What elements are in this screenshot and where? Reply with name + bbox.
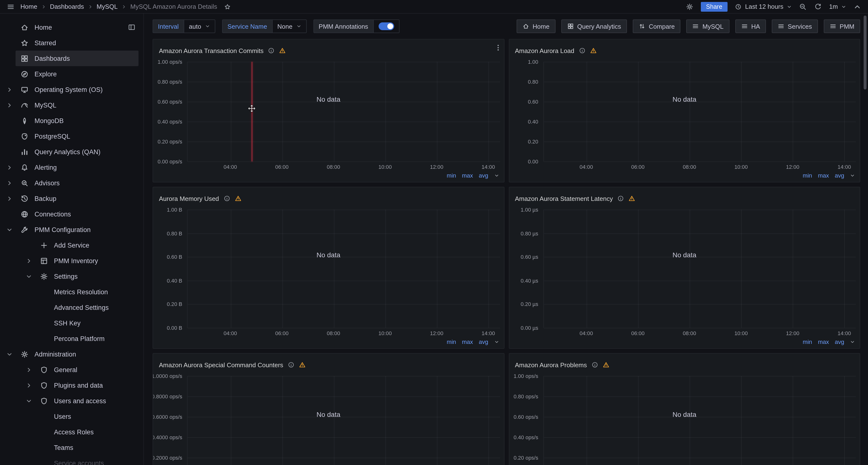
sidebar-item-teams[interactable]: Teams bbox=[0, 440, 143, 455]
sidebar-item-service-accounts[interactable]: Service accounts bbox=[0, 455, 143, 465]
sidebar-item-advisors[interactable]: Advisors bbox=[0, 175, 143, 191]
legend-item-min[interactable]: min bbox=[447, 339, 456, 345]
sidebar-item-ssh-key[interactable]: SSH Key bbox=[0, 315, 143, 331]
sidebar-item-users[interactable]: Users bbox=[0, 409, 143, 424]
sidebar-item-connections[interactable]: Connections bbox=[0, 206, 143, 222]
chevron-down-icon[interactable] bbox=[22, 397, 35, 404]
breadcrumb-item[interactable]: Home bbox=[21, 3, 37, 10]
panel-title[interactable]: Aurora Memory Used bbox=[159, 195, 219, 202]
chevron-down-icon[interactable] bbox=[22, 273, 35, 280]
panel-title[interactable]: Amazon Aurora Special Command Counters bbox=[159, 361, 283, 369]
info-icon[interactable] bbox=[288, 361, 294, 368]
warning-icon[interactable] bbox=[299, 361, 306, 368]
sidebar-item-starred[interactable]: Starred bbox=[0, 35, 143, 51]
sidebar-item-metrics-resolution[interactable]: Metrics Resolution bbox=[0, 284, 143, 300]
chevron-right-icon[interactable] bbox=[3, 195, 16, 202]
info-icon[interactable] bbox=[223, 195, 230, 202]
legend-item-max[interactable]: max bbox=[818, 339, 829, 345]
breadcrumb-item[interactable]: Dashboards bbox=[50, 3, 84, 10]
chevron-down-icon[interactable] bbox=[850, 340, 855, 344]
sidebar-item-alerting[interactable]: Alerting bbox=[0, 159, 143, 175]
sidebar-item-percona-platform[interactable]: Percona Platform bbox=[0, 331, 143, 346]
sidebar-item-access-roles[interactable]: Access Roles bbox=[0, 424, 143, 440]
breadcrumb-item[interactable]: MySQL bbox=[97, 3, 118, 10]
chevron-down-icon[interactable] bbox=[850, 173, 855, 178]
sidebar-item-backup[interactable]: Backup bbox=[0, 191, 143, 206]
sidebar-item-advanced-settings[interactable]: Advanced Settings bbox=[0, 300, 143, 315]
chevron-right-icon[interactable] bbox=[3, 179, 16, 186]
chevron-right-icon[interactable] bbox=[22, 257, 35, 264]
panel-title[interactable]: Amazon Aurora Statement Latency bbox=[515, 195, 613, 202]
chevron-right-icon[interactable] bbox=[22, 366, 35, 373]
warning-icon[interactable] bbox=[628, 195, 635, 202]
sidebar-item-pmm-configuration[interactable]: PMM Configuration bbox=[0, 222, 143, 237]
chevron-right-icon[interactable] bbox=[22, 382, 35, 389]
link-button-mysql[interactable]: MySQL bbox=[686, 20, 730, 33]
panel-title[interactable]: Amazon Aurora Transaction Commits bbox=[159, 47, 264, 54]
hamburger-menu-icon[interactable] bbox=[7, 3, 14, 10]
link-button-services[interactable]: Services bbox=[772, 20, 818, 33]
sidebar-item-query-analytics-qan[interactable]: Query Analytics (QAN) bbox=[0, 144, 143, 159]
sidebar-item-administration[interactable]: Administration bbox=[0, 346, 143, 362]
pmm-annotations-toggle[interactable] bbox=[373, 20, 399, 33]
share-button[interactable]: Share bbox=[701, 2, 728, 11]
chevron-right-icon[interactable] bbox=[3, 86, 16, 93]
collapse-nav-chevron-up-icon[interactable] bbox=[854, 3, 861, 10]
link-button-pmm[interactable]: PMM bbox=[824, 20, 860, 33]
chevron-down-icon[interactable] bbox=[3, 351, 16, 357]
zoom-out-icon[interactable] bbox=[799, 3, 807, 10]
dashboard-settings-gear-icon[interactable] bbox=[686, 3, 693, 10]
info-icon[interactable] bbox=[591, 361, 598, 368]
scrollbar-thumb[interactable] bbox=[864, 16, 867, 89]
interval-select[interactable]: auto bbox=[183, 20, 215, 33]
legend-item-max[interactable]: max bbox=[462, 172, 473, 179]
link-button-ha[interactable]: HA bbox=[735, 20, 766, 33]
sidebar-item-pmm-inventory[interactable]: PMM Inventory bbox=[0, 253, 143, 268]
legend-item-avg[interactable]: avg bbox=[479, 172, 488, 179]
link-button-compare[interactable]: Compare bbox=[633, 20, 681, 33]
legend-item-avg[interactable]: avg bbox=[835, 339, 844, 345]
warning-icon[interactable] bbox=[279, 47, 286, 54]
sidebar-item-users-and-access[interactable]: Users and access bbox=[0, 393, 143, 409]
sidebar-item-operating-system-os[interactable]: Operating System (OS) bbox=[0, 82, 143, 97]
panel-title[interactable]: Amazon Aurora Load bbox=[515, 47, 574, 54]
legend-item-max[interactable]: max bbox=[818, 172, 829, 179]
info-icon[interactable] bbox=[579, 47, 585, 54]
info-icon[interactable] bbox=[617, 195, 624, 202]
refresh-interval-picker[interactable]: 1m bbox=[829, 3, 846, 10]
sidebar-item-dashboards[interactable]: Dashboards bbox=[0, 51, 143, 66]
chevron-down-icon[interactable] bbox=[494, 173, 499, 178]
sidebar-item-mysql[interactable]: MySQL bbox=[0, 97, 143, 113]
sidebar-item-general[interactable]: General bbox=[0, 362, 143, 377]
chevron-right-icon[interactable] bbox=[3, 101, 16, 109]
dock-menu-icon[interactable] bbox=[128, 23, 135, 31]
panel-title[interactable]: Amazon Aurora Problems bbox=[515, 361, 587, 369]
legend-item-min[interactable]: min bbox=[803, 172, 812, 179]
sidebar-item-home[interactable]: Home bbox=[0, 20, 143, 35]
panel-menu-kebab-icon[interactable] bbox=[494, 44, 502, 52]
legend-item-avg[interactable]: avg bbox=[479, 339, 488, 345]
sidebar-item-plugins-and-data[interactable]: Plugins and data bbox=[0, 377, 143, 393]
warning-icon[interactable] bbox=[235, 195, 241, 202]
info-icon[interactable] bbox=[268, 47, 275, 54]
link-button-home[interactable]: Home bbox=[517, 20, 555, 33]
legend-item-max[interactable]: max bbox=[462, 339, 473, 345]
sidebar-item-mongodb[interactable]: MongoDB bbox=[0, 113, 143, 128]
sidebar-item-explore[interactable]: Explore bbox=[0, 66, 143, 82]
chevron-right-icon[interactable] bbox=[3, 164, 16, 171]
chevron-down-icon[interactable] bbox=[3, 226, 16, 233]
link-button-query-analytics[interactable]: Query Analytics bbox=[561, 20, 627, 33]
time-range-picker[interactable]: Last 12 hours bbox=[735, 3, 792, 10]
service-name-select[interactable]: None bbox=[272, 20, 306, 33]
favorite-star-icon[interactable] bbox=[224, 3, 231, 10]
legend-item-min[interactable]: min bbox=[447, 172, 456, 179]
warning-icon[interactable] bbox=[602, 361, 609, 368]
sidebar-item-postgresql[interactable]: PostgreSQL bbox=[0, 128, 143, 144]
legend-item-avg[interactable]: avg bbox=[835, 172, 844, 179]
sidebar-item-settings[interactable]: Settings bbox=[0, 268, 143, 284]
refresh-icon[interactable] bbox=[814, 3, 822, 10]
legend-item-min[interactable]: min bbox=[803, 339, 812, 345]
sidebar-item-add-service[interactable]: Add Service bbox=[0, 237, 143, 253]
chevron-down-icon[interactable] bbox=[494, 340, 499, 344]
warning-icon[interactable] bbox=[590, 47, 596, 54]
